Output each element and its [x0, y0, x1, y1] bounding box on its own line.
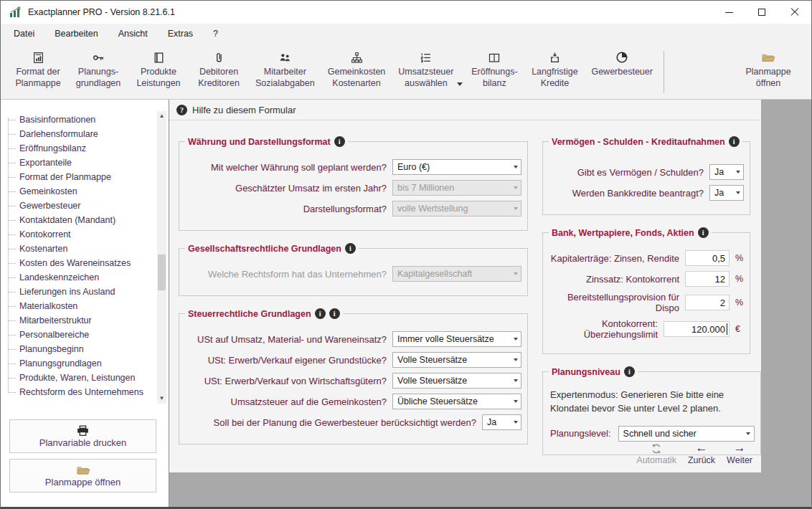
sidebar-item[interactable]: Basisinformationen	[8, 113, 151, 127]
field-label: Umsatzsteuer auf die Gemeinkosten?	[231, 396, 387, 407]
field-label: Planungslevel:	[550, 428, 611, 439]
help-label: Hilfe zu diesem Formular	[192, 105, 296, 115]
sidebar-item[interactable]: Planungsbeginn	[8, 342, 151, 356]
section-title-text: Planungsniveau	[552, 367, 620, 377]
menu-help[interactable]: ?	[203, 25, 228, 42]
umsatzsteuer-dropdown-button[interactable]	[457, 76, 463, 89]
sidebar-item[interactable]: Personalbereiche	[8, 328, 151, 342]
back-button[interactable]: ← Zurück	[688, 442, 715, 465]
minimize-button[interactable]	[712, 1, 745, 24]
section-currency-title: Währung und Darstellungsformat i	[185, 136, 348, 147]
info-icon[interactable]: i	[334, 136, 345, 147]
legal-form-select: Kapitalgesellschaft	[392, 266, 521, 282]
toolbar-label: Eröffnungs- bilanz	[471, 66, 517, 90]
close-icon	[790, 8, 799, 16]
pie-chart-icon	[615, 50, 628, 65]
info-icon[interactable]: i	[624, 366, 635, 377]
menu-datei[interactable]: Datei	[4, 25, 44, 42]
info-icon[interactable]: i	[345, 243, 356, 254]
sidebar-item[interactable]: Format der Planmappe	[8, 170, 151, 184]
currency-select[interactable]: Euro (€)	[392, 159, 521, 175]
sidebar-item[interactable]: Kostenarten	[8, 242, 151, 256]
sidebar-item[interactable]: Gemeinkosten	[8, 184, 151, 199]
chevron-down-icon	[510, 379, 521, 382]
menu-extras[interactable]: Extras	[158, 25, 203, 42]
paperclip-icon	[213, 50, 225, 65]
toolbar-produkte-leistungen[interactable]: Produkte Leistungen	[128, 48, 189, 92]
chevron-down-icon	[732, 171, 743, 173]
toolbar-debitoren-kreditoren[interactable]: Debitoren Kreditoren	[189, 48, 249, 92]
open-planmappe-button[interactable]: Planmappe öffnen	[9, 459, 156, 493]
field-label: Bereitstellungsprovision für Dispo	[549, 292, 679, 313]
vat-sales-select[interactable]: Immer volle Steuersätze	[392, 331, 521, 347]
section-bank: Bank, Wertpapiere, Fonds, Aktien i Kapit…	[542, 227, 750, 354]
sidebar-item[interactable]: Kontaktdaten (Mandant)	[8, 213, 151, 227]
vat-overheads-select[interactable]: Übliche Steuersätze	[392, 394, 521, 409]
toolbar-planungsgrundlagen[interactable]: Planungs- grundlagen	[68, 48, 128, 92]
sidebar-item[interactable]: Gewerbesteuer	[8, 199, 151, 213]
help-bar[interactable]: ? Hilfe zu diesem Formular	[169, 100, 761, 120]
field-label: Kontokorrent: Überziehungslimit	[549, 318, 658, 340]
commitment-fee-input[interactable]	[685, 295, 730, 310]
close-button[interactable]	[778, 1, 811, 24]
sidebar-item[interactable]: Rechtsform des Unternehmens	[8, 385, 151, 399]
planning-level-select[interactable]: Schnell und sicher	[618, 426, 755, 442]
toolbar-gemeinkosten-kostenarten[interactable]: Gemeinkosten Kostenarten	[321, 48, 392, 92]
deposit-icon	[549, 50, 561, 65]
org-chart-icon	[351, 50, 363, 65]
sidebar-item[interactable]: Eröffnungsbilanz	[8, 141, 151, 156]
field-label: Soll bei der Planung die Gewerbesteuer b…	[214, 417, 476, 428]
scrollbar-thumb[interactable]	[158, 255, 166, 290]
unit-label: %	[735, 298, 744, 308]
vat-property-select[interactable]: Volle Steuersätze	[392, 352, 521, 368]
toolbar-langfristige-kredite[interactable]: Langfristige Kredite	[524, 48, 585, 92]
sidebar-item[interactable]: Materialkosten	[8, 299, 151, 313]
next-button[interactable]: → Weiter	[727, 442, 752, 465]
info-icon[interactable]: i	[315, 308, 326, 319]
vat-goods-select[interactable]: Volle Steuersätze	[392, 373, 521, 389]
sidebar-item[interactable]: Mitarbeiterstruktur	[8, 313, 151, 328]
bank-loans-select[interactable]: Ja	[709, 185, 744, 201]
sidebar-item[interactable]: Lieferungen ins Ausland	[8, 285, 151, 299]
menu-ansicht[interactable]: Ansicht	[108, 25, 158, 42]
print-planvariable-button[interactable]: Planvariable drucken	[9, 419, 156, 453]
scroll-up-icon[interactable]: ▲	[157, 111, 166, 121]
expert-mode-note: Expertenmodus: Generieren Sie bitte eine…	[550, 389, 753, 416]
sidebar-item[interactable]: Darlehensformulare	[8, 127, 151, 141]
capital-gains-input[interactable]	[685, 250, 730, 266]
toolbar-mitarbeiter-sozialabgaben[interactable]: Mitarbeiter Sozialabgaben	[249, 48, 321, 92]
chevron-down-icon	[510, 186, 521, 189]
section-title-text: Vermögen - Schulden - Kreditaufnahmen	[552, 137, 725, 147]
toolbar-eroeffnungsbilanz[interactable]: Eröffnungs- bilanz	[464, 48, 524, 92]
overdraft-interest-input[interactable]	[685, 271, 730, 287]
section-level-title: Planungsniveau i	[549, 366, 638, 377]
sidebar-scrollbar[interactable]: ▲ ▼	[157, 111, 166, 404]
info-icon[interactable]: i	[729, 136, 740, 147]
sidebar-item[interactable]: Planungsgrundlagen	[8, 356, 151, 371]
unit-label: %	[735, 274, 744, 284]
menu-bearbeiten[interactable]: Bearbeiten	[44, 25, 108, 42]
section-legal-title: Gesellschaftsrechtliche Grundlagen i	[185, 243, 359, 254]
info-icon[interactable]: i	[329, 308, 340, 319]
overdraft-limit-input[interactable]	[664, 321, 730, 337]
sidebar-item[interactable]: Exportanteile	[8, 156, 151, 170]
sidebar-item[interactable]: Produkte, Waren, Leistungen	[8, 371, 151, 385]
trade-tax-select[interactable]: Ja	[482, 414, 521, 430]
sidebar-item[interactable]: Kosten des Wareneinsatzes	[8, 256, 151, 270]
sidebar-item[interactable]: Kontokorrent	[8, 227, 151, 242]
toolbar-umsatzsteuer-auswaehlen[interactable]: Umsatzsteuer auswählen	[392, 48, 460, 92]
menubar: Datei Bearbeiten Ansicht Extras ?	[1, 24, 811, 44]
toolbar-separator	[664, 51, 664, 93]
toolbar-planmappe-oeffnen[interactable]: Planmappe öffnen	[738, 48, 798, 92]
assets-debts-select[interactable]: Ja	[709, 164, 744, 180]
section-assets-title: Vermögen - Schulden - Kreditaufnahmen i	[549, 136, 742, 147]
toolbar-label: Debitoren Kreditoren	[198, 66, 240, 90]
toolbar-gewerbesteuer[interactable]: Gewerbesteuer	[585, 48, 658, 80]
sidebar-item[interactable]: Landeskennzeichen	[8, 270, 151, 285]
toolbar-format-planmappe[interactable]: Format der Planmappe	[8, 48, 68, 92]
field-label: Gibt es Vermögen / Schulden?	[577, 167, 704, 178]
info-icon[interactable]: i	[698, 227, 709, 238]
maximize-button[interactable]	[745, 1, 778, 24]
toolbar-label: Gewerbesteuer	[591, 66, 652, 77]
scroll-down-icon[interactable]: ▼	[157, 394, 166, 404]
